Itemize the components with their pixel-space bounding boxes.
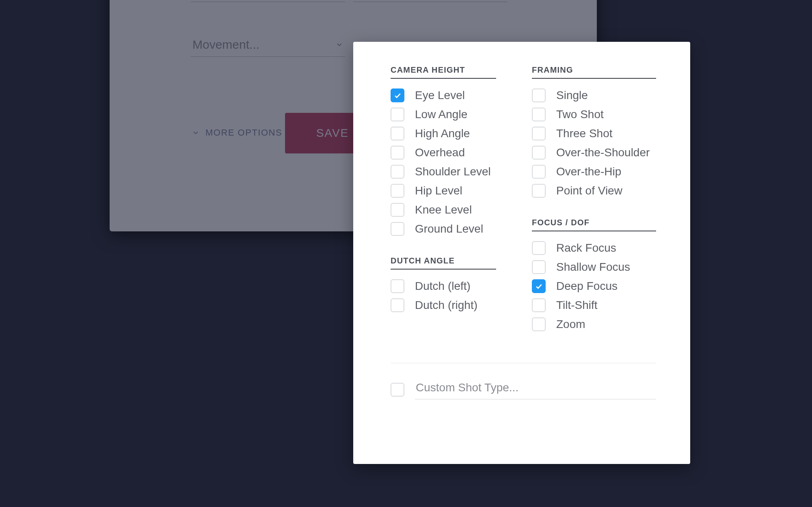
option-label: Knee Level bbox=[415, 203, 472, 216]
camera-height-option[interactable]: Overhead bbox=[391, 146, 503, 160]
option-label: Overhead bbox=[415, 146, 465, 159]
framing-option[interactable]: Three Shot bbox=[532, 127, 656, 140]
checkbox[interactable] bbox=[532, 279, 546, 293]
option-label: High Angle bbox=[415, 127, 470, 140]
checkbox[interactable] bbox=[532, 317, 546, 331]
checkbox[interactable] bbox=[532, 165, 546, 179]
checkbox[interactable] bbox=[532, 184, 546, 198]
option-label: Eye Level bbox=[415, 89, 465, 102]
checkbox[interactable] bbox=[532, 127, 546, 140]
option-label: Rack Focus bbox=[556, 242, 616, 255]
framing-option[interactable]: Over-the-Shoulder bbox=[532, 146, 656, 160]
custom-shot-row[interactable] bbox=[391, 380, 656, 399]
dutch-angle-title: DUTCH ANGLE bbox=[391, 256, 496, 270]
custom-shot-checkbox[interactable] bbox=[391, 383, 404, 397]
option-label: Point of View bbox=[556, 184, 622, 197]
checkbox[interactable] bbox=[532, 260, 546, 274]
checkbox[interactable] bbox=[391, 222, 404, 236]
dutch-angle-group: DUTCH ANGLE Dutch (left)Dutch (right) bbox=[391, 256, 503, 312]
checkbox[interactable] bbox=[391, 127, 404, 140]
focus-dof-option[interactable]: Zoom bbox=[532, 317, 656, 331]
focus-dof-group: FOCUS / DOF Rack FocusShallow FocusDeep … bbox=[532, 218, 656, 331]
framing-option[interactable]: Over-the-Hip bbox=[532, 165, 656, 179]
option-label: Low Angle bbox=[415, 108, 467, 121]
option-label: Hip Level bbox=[415, 184, 462, 197]
checkbox[interactable] bbox=[391, 184, 404, 198]
option-label: Ground Level bbox=[415, 222, 483, 235]
option-label: Shallow Focus bbox=[556, 261, 630, 274]
checkbox[interactable] bbox=[391, 146, 404, 160]
checkbox[interactable] bbox=[391, 279, 404, 293]
framing-option[interactable]: Two Shot bbox=[532, 108, 656, 121]
option-label: Deep Focus bbox=[556, 280, 618, 293]
focus-dof-option[interactable]: Tilt-Shift bbox=[532, 298, 656, 312]
popover-divider bbox=[391, 363, 656, 363]
checkbox[interactable] bbox=[532, 298, 546, 312]
option-label: Dutch (left) bbox=[415, 280, 471, 293]
camera-height-option[interactable]: Knee Level bbox=[391, 203, 503, 217]
option-label: Dutch (right) bbox=[415, 299, 477, 312]
custom-shot-input[interactable] bbox=[415, 380, 656, 399]
checkbox[interactable] bbox=[391, 108, 404, 121]
checkbox[interactable] bbox=[532, 88, 546, 102]
framing-option[interactable]: Single bbox=[532, 88, 656, 102]
option-label: Three Shot bbox=[556, 127, 613, 140]
option-label: Two Shot bbox=[556, 108, 604, 121]
camera-height-option[interactable]: Shoulder Level bbox=[391, 165, 503, 179]
checkbox[interactable] bbox=[391, 203, 404, 217]
camera-height-group: CAMERA HEIGHT Eye LevelLow AngleHigh Ang… bbox=[391, 65, 503, 236]
option-label: Shoulder Level bbox=[415, 165, 491, 178]
option-label: Single bbox=[556, 89, 588, 102]
camera-height-option[interactable]: High Angle bbox=[391, 127, 503, 140]
focus-dof-option[interactable]: Rack Focus bbox=[532, 241, 656, 255]
framing-option[interactable]: Point of View bbox=[532, 184, 656, 198]
checkbox[interactable] bbox=[391, 165, 404, 179]
camera-height-option[interactable]: Ground Level bbox=[391, 222, 503, 236]
option-label: Over-the-Hip bbox=[556, 165, 621, 178]
shot-type-popover: CAMERA HEIGHT Eye LevelLow AngleHigh Ang… bbox=[353, 42, 690, 464]
option-label: Over-the-Shoulder bbox=[556, 146, 650, 159]
focus-dof-option[interactable]: Shallow Focus bbox=[532, 260, 656, 274]
option-label: Zoom bbox=[556, 318, 585, 331]
camera-height-option[interactable]: Hip Level bbox=[391, 184, 503, 198]
framing-group: FRAMING SingleTwo ShotThree ShotOver-the… bbox=[532, 65, 656, 198]
framing-title: FRAMING bbox=[532, 65, 656, 79]
checkbox[interactable] bbox=[532, 241, 546, 255]
camera-height-title: CAMERA HEIGHT bbox=[391, 65, 496, 79]
dutch-angle-option[interactable]: Dutch (right) bbox=[391, 298, 503, 312]
checkbox[interactable] bbox=[391, 298, 404, 312]
checkbox[interactable] bbox=[532, 108, 546, 121]
focus-dof-option[interactable]: Deep Focus bbox=[532, 279, 656, 293]
focus-dof-title: FOCUS / DOF bbox=[532, 218, 656, 231]
checkbox[interactable] bbox=[532, 146, 546, 160]
dutch-angle-option[interactable]: Dutch (left) bbox=[391, 279, 503, 293]
checkbox[interactable] bbox=[391, 88, 404, 102]
option-label: Tilt-Shift bbox=[556, 299, 598, 312]
camera-height-option[interactable]: Eye Level bbox=[391, 88, 503, 102]
camera-height-option[interactable]: Low Angle bbox=[391, 108, 503, 121]
